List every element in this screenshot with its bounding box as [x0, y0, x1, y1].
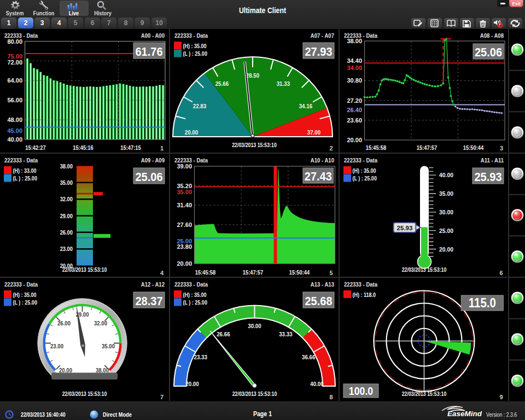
svg-text:15:47:57: 15:47:57 — [242, 269, 263, 276]
svg-text:23.33: 23.33 — [194, 353, 207, 360]
svg-text:(H) : 33.00: (H) : 33.00 — [13, 167, 37, 173]
svg-text:15:50:44: 15:50:44 — [289, 269, 310, 276]
svg-text:15:45:16: 15:45:16 — [73, 144, 94, 151]
svg-text:25.93: 25.93 — [474, 170, 501, 183]
svg-text:40.00: 40.00 — [439, 171, 453, 178]
svg-text:A00 - A00: A00 - A00 — [141, 32, 165, 39]
svg-text:22/03/2013 16:40:40: 22/03/2013 16:40:40 — [21, 411, 66, 418]
svg-text:8: 8 — [329, 394, 332, 400]
svg-text:222333 - Data: 222333 - Data — [4, 157, 38, 164]
svg-text:45.00: 45.00 — [7, 127, 22, 134]
svg-text:64.00: 64.00 — [7, 77, 22, 84]
svg-text:20.00: 20.00 — [347, 137, 362, 143]
svg-text:34.16: 34.16 — [299, 102, 312, 109]
svg-text:30.00: 30.00 — [439, 208, 453, 215]
svg-text:35.00: 35.00 — [177, 188, 192, 195]
svg-text:61.76: 61.76 — [135, 44, 162, 58]
svg-text:56.00: 56.00 — [7, 97, 22, 103]
svg-text:28.37: 28.37 — [135, 294, 162, 307]
svg-text:25.66: 25.66 — [215, 80, 228, 87]
svg-text:28.50: 28.50 — [246, 72, 259, 79]
svg-text:22/03/2013 15:53:10: 22/03/2013 15:53:10 — [62, 390, 107, 396]
svg-text:23.00: 23.00 — [50, 342, 63, 349]
svg-text:A07 - A07: A07 - A07 — [310, 32, 334, 39]
svg-text:27.93: 27.93 — [305, 44, 332, 58]
svg-text:(H) : 35.00: (H) : 35.00 — [352, 167, 376, 173]
svg-text:37.00: 37.00 — [307, 129, 320, 136]
svg-text:Direct Mode: Direct Mode — [103, 411, 132, 418]
svg-text:30.80: 30.80 — [347, 77, 362, 84]
svg-text:A10 - A10: A10 - A10 — [310, 157, 334, 164]
svg-text:26.00: 26.00 — [60, 229, 73, 236]
svg-text:27.43: 27.43 — [304, 169, 331, 183]
svg-text:22/03/2013 15:53:10: 22/03/2013 15:53:10 — [401, 390, 446, 396]
svg-text:222333 - Data: 222333 - Data — [344, 281, 377, 288]
svg-text:(L ) : 25.00: (L ) : 25.00 — [183, 299, 207, 306]
svg-text:29.00: 29.00 — [60, 212, 73, 219]
svg-text:20.00: 20.00 — [177, 260, 192, 267]
svg-text:22/03/2013 15:53:10: 22/03/2013 15:53:10 — [232, 142, 277, 148]
svg-text:38.00: 38.00 — [60, 162, 73, 169]
svg-text:1: 1 — [160, 145, 164, 151]
svg-text:A09 - A09: A09 - A09 — [141, 157, 165, 164]
svg-text:222333 - Data: 222333 - Data — [174, 32, 208, 39]
svg-text:(L ) : 25.00: (L ) : 25.00 — [183, 50, 207, 57]
svg-text:27.60: 27.60 — [177, 221, 192, 228]
svg-text:30.00: 30.00 — [248, 322, 261, 329]
svg-text:32.00: 32.00 — [94, 320, 107, 326]
svg-text:9: 9 — [499, 394, 503, 400]
svg-text:Page 1: Page 1 — [253, 410, 272, 417]
svg-text:5: 5 — [329, 270, 332, 276]
svg-text:22/03/2013 15:53:10: 22/03/2013 15:53:10 — [62, 266, 107, 272]
svg-text:25.68: 25.68 — [305, 294, 332, 307]
svg-text:15:42:27: 15:42:27 — [25, 144, 46, 151]
svg-text:32.00: 32.00 — [60, 196, 73, 202]
svg-text:EaseMind: EaseMind — [447, 410, 482, 418]
svg-text:35.00: 35.00 — [60, 179, 73, 186]
svg-text:33.33: 33.33 — [279, 330, 292, 337]
svg-text:15:47:57: 15:47:57 — [416, 144, 437, 151]
svg-text:22/03/2013 15:53:10: 22/03/2013 15:53:10 — [401, 266, 446, 272]
svg-text:3: 3 — [499, 145, 503, 151]
svg-text:222333 - Data: 222333 - Data — [174, 281, 208, 288]
svg-text:22.83: 22.83 — [192, 102, 206, 109]
svg-text:31.33: 31.33 — [276, 80, 289, 87]
svg-text:115.0: 115.0 — [468, 295, 495, 310]
svg-text:A12 - A12: A12 - A12 — [141, 281, 165, 288]
svg-text:100.0: 100.0 — [348, 384, 373, 396]
svg-text:72.00: 72.00 — [7, 59, 22, 66]
svg-text:75.00: 75.00 — [7, 53, 22, 60]
svg-text:26.00: 26.00 — [57, 320, 71, 326]
svg-text:(L ) : 25.00: (L ) : 25.00 — [13, 299, 38, 306]
svg-text:31.40: 31.40 — [177, 202, 192, 208]
svg-text:23.60: 23.60 — [347, 117, 362, 124]
svg-text:(H) : 35.00: (H) : 35.00 — [13, 291, 37, 298]
svg-text:(L ) : 25.00: (L ) : 25.00 — [352, 175, 377, 182]
svg-text:25.00: 25.00 — [177, 238, 192, 244]
svg-text:35.00: 35.00 — [439, 190, 453, 197]
svg-text:15:47:15: 15:47:15 — [120, 144, 141, 151]
svg-text:25.06: 25.06 — [474, 45, 501, 59]
svg-text:222333 - Data: 222333 - Data — [344, 157, 377, 164]
svg-text:38.00: 38.00 — [347, 38, 362, 44]
svg-text:25.93: 25.93 — [396, 224, 412, 231]
svg-text:40.00: 40.00 — [7, 136, 22, 143]
svg-text:26.66: 26.66 — [217, 330, 230, 337]
svg-text:A08 - A08: A08 - A08 — [480, 32, 503, 39]
svg-text:15:50:44: 15:50:44 — [463, 144, 483, 151]
svg-text:25.06: 25.06 — [135, 170, 162, 183]
svg-text:(L ) : 25.00: (L ) : 25.00 — [13, 175, 38, 182]
svg-text:20.00: 20.00 — [439, 245, 453, 252]
svg-text:20.00: 20.00 — [59, 367, 72, 374]
svg-text:34.40: 34.40 — [347, 57, 362, 64]
svg-text:39.00: 39.00 — [177, 163, 192, 170]
svg-text:(H) : 35.00: (H) : 35.00 — [183, 43, 206, 49]
svg-text:2: 2 — [329, 145, 332, 151]
svg-text:25.00: 25.00 — [439, 227, 453, 234]
svg-text:(H) : 35.00: (H) : 35.00 — [183, 291, 206, 298]
svg-text:48.00: 48.00 — [7, 116, 22, 123]
svg-text:15:45:58: 15:45:58 — [365, 144, 386, 151]
svg-text:(H) : 118.0: (H) : 118.0 — [352, 291, 376, 298]
svg-text:38.00: 38.00 — [96, 367, 109, 374]
svg-text:20.00: 20.00 — [184, 129, 197, 136]
